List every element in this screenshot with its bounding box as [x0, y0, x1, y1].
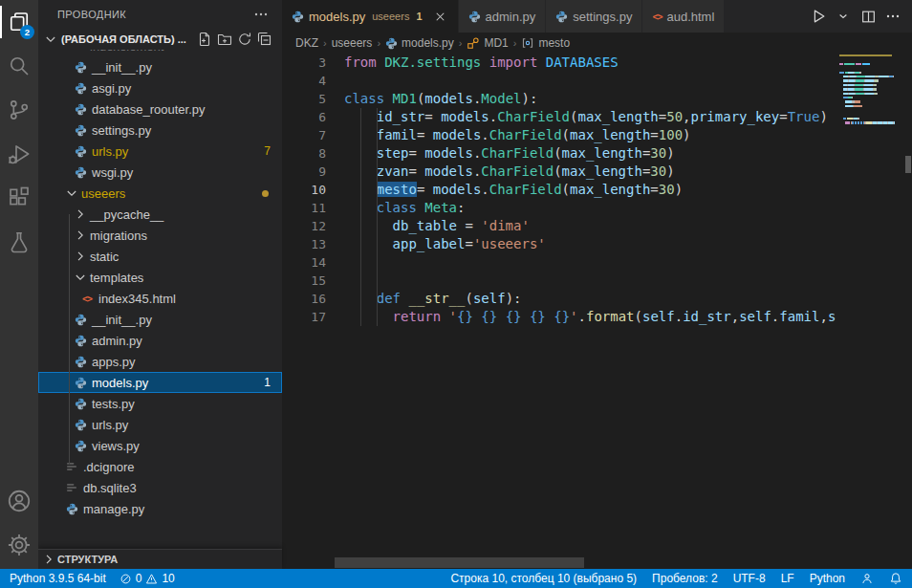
code-line[interactable]: 14	[282, 253, 839, 272]
minimap[interactable]	[839, 54, 904, 569]
run-icon[interactable]	[809, 7, 828, 26]
run-dropdown-icon[interactable]	[834, 7, 853, 26]
breadcrumb-separator: ›	[323, 37, 327, 49]
activity-item-settings[interactable]	[0, 523, 38, 567]
line-content: def __str__(self):	[344, 290, 521, 308]
tree-item-models-py[interactable]: models.py1	[38, 372, 282, 393]
tab-settings-py[interactable]: settings.py	[546, 0, 642, 33]
breadcrumb-item-MD1[interactable]: MD1	[467, 36, 508, 50]
views-more-actions-icon[interactable]	[253, 7, 269, 22]
tree-item-views-py[interactable]: views.py	[38, 435, 282, 456]
code-line[interactable]: 3from DKZ.settings import DATABASES	[282, 54, 839, 72]
code-token	[344, 218, 393, 233]
tree-item-static[interactable]: static	[38, 246, 282, 267]
indent-guide	[377, 108, 378, 126]
tree-item-apps-py[interactable]: apps.py	[38, 351, 282, 372]
tree-item-urls-py[interactable]: urls.py7	[38, 141, 282, 162]
tree-item-urls-py[interactable]: urls.py	[38, 414, 282, 435]
activity-item-extensions[interactable]	[0, 176, 38, 220]
tree-item-manage-py[interactable]: manage.py	[38, 498, 282, 519]
code-line[interactable]: 17 return '{} {} {} {} {}'.format(self.i…	[282, 308, 839, 326]
code-line[interactable]: 12 db_table = 'dima'	[282, 217, 839, 235]
breadcrumb: DKZ›useeers›models.py›MD1›mesto	[282, 33, 912, 54]
code-line[interactable]: 8 step= models.CharField(max_length=30)	[282, 144, 839, 163]
code-editor[interactable]: 3from DKZ.settings import DATABASES45cla…	[282, 54, 839, 569]
code-line[interactable]: 16 def __str__(self):	[282, 290, 839, 308]
breadcrumb-item-mesto[interactable]: mesto	[521, 36, 570, 50]
new-file-icon[interactable]	[195, 30, 214, 49]
status-language-mode[interactable]: Python	[810, 572, 845, 585]
status-notifications[interactable]	[889, 572, 902, 585]
tree-item-index345-html[interactable]: <>index345.html	[38, 288, 282, 309]
code-line[interactable]: 11 class Meta:	[282, 199, 839, 217]
tree-item-migrations[interactable]: migrations	[38, 225, 282, 246]
tree-item-tests-py[interactable]: tests.py	[38, 393, 282, 414]
code-line[interactable]: 13 app_label='useeers'	[282, 235, 839, 253]
tree-item-label: database_roouter.py	[92, 102, 206, 117]
code-token: models	[424, 145, 473, 161]
tab-admin-py[interactable]: admin.py	[459, 0, 547, 33]
code-token: {}	[481, 309, 497, 324]
new-folder-icon[interactable]	[215, 30, 234, 49]
tab-models-py[interactable]: models.pyuseeers1	[282, 0, 459, 33]
breadcrumb-item-models-py[interactable]: models.py	[385, 36, 454, 50]
collapse-all-icon[interactable]	[255, 30, 274, 49]
tree-item-admin-py[interactable]: admin.py	[38, 330, 282, 351]
activity-item-source-control[interactable]	[0, 88, 38, 132]
py-symbol-icon	[385, 37, 398, 50]
status-eol[interactable]: LF	[781, 572, 794, 585]
activity-item-explorer[interactable]: 2	[0, 0, 38, 44]
tree-item--dcignore[interactable]: .dcignore	[38, 456, 282, 477]
overview-marker[interactable]	[905, 156, 911, 173]
activity-item-account[interactable]	[0, 479, 38, 523]
status-encoding[interactable]: UTF-8	[733, 572, 766, 585]
split-editor-icon[interactable]	[858, 7, 878, 26]
activity-item-testing[interactable]	[0, 220, 38, 264]
more-actions-icon[interactable]	[883, 7, 902, 26]
code-line[interactable]: 6 id_str= models.CharField(max_length=50…	[282, 108, 839, 126]
tree-item-settings-py[interactable]: settings.py	[38, 120, 282, 141]
code-line[interactable]: 9 zvan= models.CharField(max_length=30)	[282, 163, 839, 181]
refresh-icon[interactable]	[235, 30, 254, 49]
close-icon[interactable]	[433, 9, 448, 24]
code-token: )	[666, 145, 674, 161]
code-line[interactable]: 7 famil= models.CharField(max_length=100…	[282, 126, 839, 144]
tab-aud-html[interactable]: <>aud.html	[642, 0, 725, 33]
minimap-bar	[845, 105, 854, 107]
status-python-interpreter[interactable]: Python 3.9.5 64-bit	[10, 572, 106, 585]
breadcrumb-item-useeers[interactable]: useeers	[332, 36, 373, 50]
code-line[interactable]: 4	[282, 72, 839, 90]
status-indentation[interactable]: Пробелов: 2	[652, 572, 718, 585]
activity-item-run-and-debug[interactable]	[0, 132, 38, 176]
code-token	[546, 309, 554, 324]
tree-item--init-py[interactable]: __init__.py	[38, 309, 282, 330]
tree-item-useeers[interactable]: useeers	[38, 183, 282, 204]
tree-item--pycache-[interactable]: __pycache__	[38, 204, 282, 225]
code-token: CharField	[481, 145, 554, 161]
breadcrumb-label: models.py	[402, 36, 454, 50]
tree-item-database-roouter-py[interactable]: database_roouter.py	[38, 98, 282, 120]
code-line[interactable]: 10 mesto= models.CharField(max_length=30…	[282, 181, 839, 199]
outline-section-header[interactable]: СТРУКТУРА	[38, 549, 282, 569]
activity-item-search[interactable]	[0, 44, 38, 88]
status-feedback[interactable]	[860, 572, 874, 585]
code-line[interactable]: 5class MD1(models.Model):	[282, 90, 839, 108]
tree-item-db-sqlite3[interactable]: db.sqlite3	[38, 477, 282, 498]
code-line[interactable]: 15	[282, 272, 839, 290]
code-token: {}	[554, 309, 570, 324]
horizontal-scrollbar-thumb[interactable]	[335, 557, 584, 568]
line-number: 8	[282, 144, 326, 163]
tree-item-templates[interactable]: templates	[38, 267, 282, 288]
py-file-icon	[292, 11, 304, 23]
status-cursor-position[interactable]: Строка 10, столбец 10 (выбрано 5)	[450, 572, 637, 585]
code-token: =	[779, 109, 787, 124]
tree-item-wsgi-py[interactable]: wsgi.py	[38, 162, 282, 183]
tree-item--init-py[interactable]: __init__.py	[38, 56, 282, 77]
tree-item-asgi-py[interactable]: asgi.py	[38, 77, 282, 98]
status-problems[interactable]: 010	[119, 572, 175, 585]
workspace-section-header[interactable]: (РАБОЧАЯ ОБЛАСТЬ) ...	[38, 29, 282, 50]
breadcrumb-item-DKZ[interactable]: DKZ	[295, 36, 318, 50]
code-token: max_length	[577, 109, 658, 124]
code-token: .	[578, 309, 586, 324]
line-number: 3	[282, 54, 326, 72]
